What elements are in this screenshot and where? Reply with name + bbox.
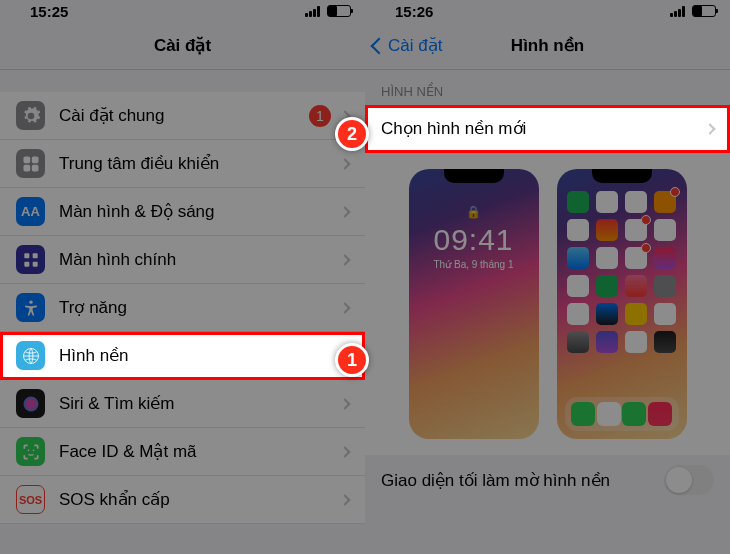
row-label: Trung tâm điều khiển [59, 153, 335, 174]
chevron-right-icon [339, 254, 350, 265]
svg-rect-3 [31, 164, 38, 171]
svg-rect-6 [24, 261, 29, 266]
row-label: Cài đặt chung [59, 105, 309, 126]
lock-screen-preview[interactable]: 🔒 09:41 Thứ Ba, 9 tháng 1 [409, 169, 539, 439]
dark-dim-toggle[interactable] [664, 465, 714, 495]
svg-rect-2 [23, 164, 30, 171]
row-faceid[interactable]: Face ID & Mật mã [0, 428, 365, 476]
row-control-center[interactable]: Trung tâm điều khiển [0, 140, 365, 188]
row-display[interactable]: AA Màn hình & Độ sáng [0, 188, 365, 236]
row-label: Trợ năng [59, 297, 335, 318]
dock [565, 397, 679, 431]
status-bar: 15:25 [0, 0, 365, 22]
lock-content: 🔒 09:41 Thứ Ba, 9 tháng 1 [409, 169, 539, 270]
svg-rect-0 [23, 156, 30, 163]
row-accessibility[interactable]: Trợ năng [0, 284, 365, 332]
lock-date: Thứ Ba, 9 tháng 1 [434, 259, 514, 270]
home-screen-preview[interactable] [557, 169, 687, 439]
navbar: Cài đặt Hình nền [365, 22, 730, 70]
step-marker-1: 1 [335, 343, 369, 377]
row-label: Chọn hình nền mới [381, 118, 700, 139]
row-choose-wallpaper[interactable]: Chọn hình nền mới [365, 105, 730, 153]
status-time: 15:26 [395, 3, 433, 20]
section-header: HÌNH NỀN [365, 70, 730, 105]
chevron-right-icon [339, 398, 350, 409]
wallpaper-preview: 🔒 09:41 Thứ Ba, 9 tháng 1 [365, 153, 730, 455]
gear-icon [16, 101, 45, 130]
notch [444, 169, 504, 183]
svg-point-10 [23, 396, 38, 411]
row-label: Face ID & Mật mã [59, 441, 335, 462]
page-title: Hình nền [511, 35, 584, 56]
svg-rect-1 [31, 156, 38, 163]
chevron-right-icon [339, 446, 350, 457]
battery-icon [692, 5, 716, 17]
siri-icon [16, 389, 45, 418]
back-button[interactable]: Cài đặt [373, 35, 442, 56]
control-center-icon [16, 149, 45, 178]
display-icon: AA [16, 197, 45, 226]
row-siri[interactable]: Siri & Tìm kiếm [0, 380, 365, 428]
accessibility-icon [16, 293, 45, 322]
chevron-right-icon [339, 302, 350, 313]
status-bar: 15:26 [365, 0, 730, 22]
row-general[interactable]: Cài đặt chung 1 [0, 92, 365, 140]
chevron-right-icon [339, 494, 350, 505]
notification-badge: 1 [309, 105, 331, 127]
svg-point-12 [32, 449, 34, 451]
chevron-right-icon [339, 158, 350, 169]
step-marker-2: 2 [335, 117, 369, 151]
row-label: SOS khẩn cấp [59, 489, 335, 510]
row-wallpaper[interactable]: Hình nền [0, 332, 365, 380]
home-screen-icon [16, 245, 45, 274]
chevron-right-icon [704, 123, 715, 134]
row-home-screen[interactable]: Màn hình chính [0, 236, 365, 284]
signal-icon [305, 6, 322, 17]
chevron-right-icon [339, 206, 350, 217]
row-label: Màn hình chính [59, 250, 335, 270]
settings-screen: 15:25 Cài đặt Cài đặt chung 1 Trung tâm … [0, 0, 365, 554]
back-label: Cài đặt [388, 35, 442, 56]
lock-time: 09:41 [433, 223, 513, 257]
svg-point-11 [27, 449, 29, 451]
row-dark-dim: Giao diện tối làm mờ hình nền [365, 455, 730, 505]
home-grid [557, 169, 687, 353]
battery-icon [327, 5, 351, 17]
toggle-label: Giao diện tối làm mờ hình nền [381, 470, 610, 491]
sos-icon: SOS [16, 485, 45, 514]
lock-icon: 🔒 [466, 205, 481, 219]
svg-rect-4 [24, 253, 29, 258]
chevron-left-icon [371, 37, 388, 54]
status-time: 15:25 [30, 3, 68, 20]
svg-point-8 [29, 300, 32, 303]
svg-rect-5 [32, 253, 37, 258]
row-label: Siri & Tìm kiếm [59, 393, 335, 414]
wallpaper-screen: 15:26 Cài đặt Hình nền HÌNH NỀN Chọn hìn… [365, 0, 730, 554]
faceid-icon [16, 437, 45, 466]
svg-rect-7 [32, 261, 37, 266]
signal-icon [670, 6, 687, 17]
wallpaper-icon [16, 341, 45, 370]
row-label: Màn hình & Độ sáng [59, 201, 335, 222]
notch [592, 169, 652, 183]
page-title: Cài đặt [154, 35, 211, 56]
row-sos[interactable]: SOS SOS khẩn cấp [0, 476, 365, 524]
navbar: Cài đặt [0, 22, 365, 70]
status-right [670, 5, 716, 17]
row-label: Hình nền [59, 345, 335, 366]
status-right [305, 5, 351, 17]
